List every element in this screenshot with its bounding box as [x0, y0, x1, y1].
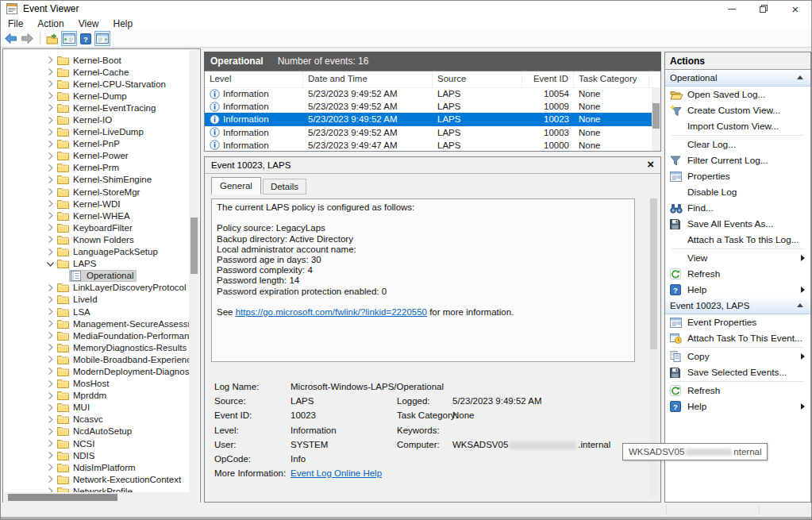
chevron-right-icon[interactable] [44, 164, 56, 171]
tree-item-kernel-livedump[interactable]: Kernel-LiveDump [4, 126, 190, 138]
chevron-right-icon[interactable] [44, 68, 56, 75]
action-view[interactable]: View [665, 250, 810, 266]
chevron-right-icon[interactable] [44, 380, 56, 387]
chevron-right-icon[interactable] [44, 117, 56, 124]
action-clear-log[interactable]: Clear Log... [665, 137, 810, 152]
column-header-event-id[interactable]: Event ID [522, 71, 574, 87]
chevron-right-icon[interactable] [44, 332, 56, 339]
tree-item-keyboardfilter[interactable]: KeyboardFilter [4, 221, 190, 233]
event-row[interactable]: Information5/23/2023 9:49:52 AMLAPS10009… [205, 100, 652, 113]
action-create-custom-view[interactable]: Create Custom View... [665, 102, 810, 118]
tree-item-kernel-boot[interactable]: Kernel-Boot [4, 54, 190, 66]
tree-item-linklayerdiscoveryprotocol[interactable]: LinkLayerDiscoveryProtocol [4, 282, 190, 294]
chevron-right-icon[interactable] [44, 296, 56, 303]
chevron-right-icon[interactable] [44, 344, 56, 351]
tab-details[interactable]: Details [263, 179, 306, 195]
chevron-right-icon[interactable] [44, 368, 56, 375]
chevron-right-icon[interactable] [44, 224, 56, 231]
action-copy[interactable]: Copy [665, 349, 810, 364]
tree-item-known-folders[interactable]: Known Folders [4, 233, 190, 245]
tree-item-laps[interactable]: LAPS [4, 258, 190, 270]
event-log-online-help-link[interactable]: Event Log Online Help [291, 468, 382, 478]
minimize-button[interactable] [716, 1, 748, 17]
chevron-right-icon[interactable] [44, 212, 56, 219]
chevron-right-icon[interactable] [44, 476, 56, 483]
policy-info-link[interactable]: https://go.microsoft.com/fwlink/?linkid=… [236, 307, 427, 317]
action-help[interactable]: ?Help [665, 399, 810, 414]
collapse-icon[interactable] [797, 303, 803, 307]
action-filter-current-log[interactable]: Filter Current Log... [665, 152, 810, 168]
tree-item-mediafoundation-performance[interactable]: MediaFoundation-Performance [4, 329, 190, 341]
close-detail-icon[interactable]: × [647, 157, 654, 171]
action-event-properties[interactable]: Event Properties [665, 314, 810, 330]
action-refresh[interactable]: Refresh [665, 383, 810, 399]
back-button[interactable] [2, 31, 18, 46]
chevron-right-icon[interactable] [44, 392, 56, 399]
event-row[interactable]: Information5/23/2023 9:49:52 AMLAPS10023… [205, 113, 652, 125]
action-help[interactable]: ?Help [665, 282, 810, 298]
tree-item-mui[interactable]: MUI [4, 402, 190, 414]
scrollbar-thumb[interactable] [652, 103, 660, 129]
scrollbar-thumb[interactable] [650, 198, 657, 349]
actions-section-event-10023-laps[interactable]: Event 10023, LAPS [665, 298, 810, 314]
menu-file[interactable]: File [1, 18, 30, 29]
event-list-scrollbar[interactable] [652, 87, 660, 151]
tree-item-kernel-pnp[interactable]: Kernel-PnP [4, 138, 190, 150]
chevron-right-icon[interactable] [44, 129, 56, 136]
tree-item-moshost[interactable]: MosHost [4, 378, 190, 390]
show-action-pane-button[interactable] [94, 31, 110, 46]
action-open-saved-log[interactable]: Open Saved Log... [665, 87, 810, 102]
action-find[interactable]: Find... [665, 200, 810, 216]
tree-item-management-secureassessment[interactable]: Management-SecureAssessment [4, 318, 190, 329]
tree-item-operational[interactable]: Operational [4, 270, 190, 282]
column-header-source[interactable]: Source [433, 71, 522, 87]
event-row[interactable]: Information5/23/2023 9:49:52 AMLAPS10054… [205, 87, 652, 100]
chevron-right-icon[interactable] [44, 308, 56, 315]
close-button[interactable]: × [779, 1, 811, 17]
tree-horizontal-scrollbar[interactable] [4, 492, 189, 503]
show-console-tree-button[interactable] [61, 31, 77, 46]
tree-item-languagepacksetup[interactable]: LanguagePackSetup [4, 246, 190, 258]
action-import-custom-view[interactable]: Import Custom View... [665, 118, 810, 134]
tree-item-ncdautosetup[interactable]: NcdAutoSetup [4, 426, 190, 437]
tree-item-kernel-shimengine[interactable]: Kernel-ShimEngine [4, 174, 190, 186]
tree-item-kernel-dump[interactable]: Kernel-Dump [4, 90, 190, 102]
chevron-right-icon[interactable] [44, 188, 56, 195]
chevron-right-icon[interactable] [44, 176, 56, 183]
tree-item-kernel-storemgr[interactable]: Kernel-StoreMgr [4, 186, 190, 198]
column-header-task-category[interactable]: Task Category [574, 71, 649, 87]
tree-item-kernel-power[interactable]: Kernel-Power [4, 150, 190, 162]
tree-item-ndis[interactable]: NDIS [4, 449, 190, 461]
tree-item-moderndeployment-diagnostics[interactable]: ModernDeployment-Diagnostics- [4, 365, 190, 377]
chevron-right-icon[interactable] [44, 141, 56, 148]
chevron-right-icon[interactable] [44, 56, 56, 64]
chevron-right-icon[interactable] [44, 80, 56, 87]
chevron-right-icon[interactable] [44, 236, 56, 243]
chevron-right-icon[interactable] [44, 104, 56, 111]
chevron-right-icon[interactable] [44, 428, 56, 435]
chevron-right-icon[interactable] [44, 416, 56, 423]
tree-item-kernel-cpu-starvation[interactable]: Kernel-CPU-Starvation [4, 78, 190, 90]
action-attach-a-task-to-this-log[interactable]: Attach a Task To this Log... [665, 232, 810, 248]
open-saved-log-button[interactable] [44, 31, 60, 46]
actions-section-operational[interactable]: Operational [665, 70, 810, 87]
tree-item-kernel-eventtracing[interactable]: Kernel-EventTracing [4, 102, 190, 114]
event-row[interactable]: Information5/23/2023 9:49:47 AMLAPS10000… [205, 139, 652, 152]
action-disable-log[interactable]: Disable Log [665, 184, 810, 200]
action-properties[interactable]: Properties [665, 168, 810, 184]
chevron-right-icon[interactable] [44, 320, 56, 327]
chevron-right-icon[interactable] [44, 464, 56, 471]
column-header-level[interactable]: Level [205, 71, 303, 87]
tree-item-kernel-cache[interactable]: Kernel-Cache [4, 66, 190, 78]
tree-item-network-executioncontext[interactable]: Network-ExecutionContext [4, 473, 190, 485]
tree-item-kernel-wdi[interactable]: Kernel-WDI [4, 198, 190, 210]
scrollbar-thumb[interactable] [8, 494, 117, 501]
chevron-right-icon[interactable] [44, 152, 56, 160]
forward-button[interactable] [19, 31, 35, 46]
tree-item-mobile-broadband-experience-sm[interactable]: Mobile-Broadband-Experience-Sm [4, 353, 190, 365]
tree-item-ndisimplatform[interactable]: NdisImPlatform [4, 461, 190, 473]
chevron-right-icon[interactable] [44, 92, 56, 99]
tree-item-ncasvc[interactable]: Ncasvc [4, 414, 190, 426]
menu-view[interactable]: View [71, 18, 106, 29]
collapse-icon[interactable] [797, 75, 803, 79]
